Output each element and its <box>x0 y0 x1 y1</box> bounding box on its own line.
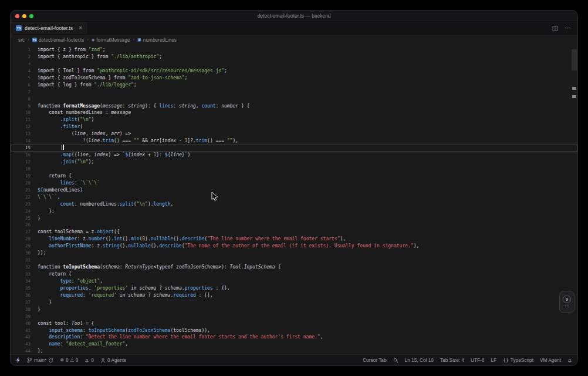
code-line[interactable]: 14 !(line.trim() === "" && arr[index - 1… <box>11 137 577 145</box>
line-number[interactable]: 8 <box>11 96 38 103</box>
code-line[interactable]: 28 lineNumber: z.number().int().min(0).n… <box>11 236 577 243</box>
line-number[interactable]: 30 <box>11 250 38 257</box>
code-line[interactable]: 23 count: numberedLines.split("\n").leng… <box>11 201 577 208</box>
code-line[interactable]: 43 name: "detect_email_footer", <box>11 341 577 348</box>
cursor-tab-toggle[interactable]: Cursor Tab <box>363 357 386 363</box>
floating-action-widget[interactable]: 9 ∷ <box>559 291 575 313</box>
line-number[interactable]: 32 <box>11 264 38 271</box>
code-line[interactable]: 24 }; <box>11 208 577 215</box>
code-line[interactable]: 12 .filter( <box>11 123 577 130</box>
code-line[interactable]: 8 <box>11 96 577 103</box>
title-bar[interactable]: detect-email-footer.ts — backend <box>11 11 577 22</box>
code-line[interactable]: 36 required: 'required' in schema ? sche… <box>11 292 577 299</box>
search-indicator[interactable] <box>393 358 398 363</box>
code-line[interactable]: 18 <box>11 166 577 173</box>
line-number[interactable]: 35 <box>11 285 38 292</box>
line-number[interactable]: 11 <box>11 116 38 123</box>
line-number[interactable]: 12 <box>11 123 38 130</box>
code-line[interactable]: 26 <box>11 221 577 229</box>
line-number[interactable]: 27 <box>11 229 38 236</box>
notifications-bell[interactable] <box>567 358 572 363</box>
line-number[interactable]: 6 <box>11 82 38 89</box>
line-number[interactable]: 18 <box>11 166 38 173</box>
code-line[interactable]: 29 authorFirstName: z.string().nullable(… <box>11 243 577 250</box>
line-number[interactable]: 37 <box>11 299 38 306</box>
language-mode[interactable]: {} TypeScript <box>503 357 533 363</box>
line-number[interactable]: 43 <box>11 341 38 348</box>
zoom-window-button[interactable] <box>29 14 33 18</box>
minimize-window-button[interactable] <box>22 14 26 18</box>
code-line[interactable]: 25} <box>11 215 577 222</box>
breadcrumb-src[interactable]: src <box>18 37 25 43</box>
line-number[interactable]: 26 <box>11 221 38 229</box>
status-badge[interactable]: 9 <box>563 296 571 303</box>
code-line[interactable]: 32function toInputSchema(schema: ReturnT… <box>11 264 577 271</box>
code-line[interactable]: 39 <box>11 313 577 320</box>
vm-agent-item[interactable]: VM Agent <box>540 357 561 363</box>
line-number[interactable]: 3 <box>11 61 38 68</box>
code-line[interactable]: 44}; <box>11 348 577 354</box>
code-line[interactable]: 19 return { <box>11 173 577 180</box>
close-window-button[interactable] <box>15 14 19 18</box>
line-number[interactable]: 10 <box>11 109 38 116</box>
line-number[interactable]: 2 <box>11 53 38 61</box>
line-number[interactable]: 17 <box>11 159 38 166</box>
breadcrumb-numbered-lines[interactable]: ▣ numberedLines <box>137 37 177 43</box>
line-number[interactable]: 15 <box>11 145 38 152</box>
line-number[interactable]: 40 <box>11 320 38 327</box>
line-number[interactable]: 38 <box>11 306 38 313</box>
line-number[interactable]: 36 <box>11 292 38 299</box>
line-number[interactable]: 1 <box>11 46 38 53</box>
code-line[interactable]: 4import { Tool } from "@anthropic-ai/sdk… <box>11 68 577 75</box>
breadcrumb-file[interactable]: TS detect-email-footer.ts <box>32 37 84 43</box>
notifications-item[interactable]: 0 <box>85 357 94 363</box>
git-branch-item[interactable]: main* <box>27 357 53 363</box>
code-line[interactable]: 27const toolSchema = z.object({ <box>11 229 577 236</box>
line-number[interactable]: 19 <box>11 173 38 180</box>
line-number[interactable]: 14 <box>11 137 38 145</box>
code-line[interactable]: 31 <box>11 257 577 264</box>
code-line[interactable]: 7 <box>11 89 577 96</box>
line-number[interactable]: 39 <box>11 313 38 320</box>
code-line[interactable]: 9function formatMessage(message: string)… <box>11 103 577 110</box>
code-line[interactable]: 2import { anthropic } from "./lib/anthro… <box>11 53 577 61</box>
line-number[interactable]: 25 <box>11 215 38 222</box>
line-number[interactable]: 7 <box>11 89 38 96</box>
code-line[interactable]: 22\`\`\``, <box>11 194 577 201</box>
line-number[interactable]: 33 <box>11 271 38 278</box>
encoding-setting[interactable]: UTF-8 <box>471 357 485 363</box>
code-line[interactable]: 40const tool: Tool = { <box>11 320 577 327</box>
code-line[interactable]: 3 <box>11 61 577 68</box>
line-number[interactable]: 13 <box>11 130 38 137</box>
indentation-setting[interactable]: Tab Size: 4 <box>440 357 464 363</box>
grid-icon[interactable]: ∷ <box>565 304 569 309</box>
code-line[interactable]: 34 type: "object", <box>11 278 577 285</box>
close-tab-icon[interactable]: × <box>79 25 82 31</box>
split-editor-icon[interactable]: ◫ <box>552 25 558 31</box>
code-line[interactable]: 10 const numberedLines = message <box>11 109 577 116</box>
line-number[interactable]: 41 <box>11 327 38 334</box>
code-line[interactable]: 30}); <box>11 250 577 257</box>
code-line[interactable]: 20 lines: `\`\`\` <box>11 180 577 187</box>
code-line[interactable]: 16 .map((line, index) => `${index + 1}: … <box>11 152 577 159</box>
code-line[interactable]: 15 ) <box>11 145 577 152</box>
code-line[interactable]: 1import { z } from "zod"; <box>11 46 577 53</box>
code-line[interactable]: 41 input_schema: toInputSchema(zodToJson… <box>11 327 577 334</box>
line-number[interactable]: 31 <box>11 257 38 264</box>
remote-indicator[interactable] <box>16 357 21 363</box>
line-number[interactable]: 24 <box>11 208 38 215</box>
problems-item[interactable]: ⊗ 0 △ 0 <box>60 357 78 363</box>
line-number[interactable]: 28 <box>11 236 38 243</box>
code-line[interactable]: 38} <box>11 306 577 313</box>
line-number[interactable]: 21 <box>11 187 38 194</box>
code-line[interactable]: 21${numberedLines} <box>11 187 577 194</box>
code-line[interactable]: 5import { zodToJsonSchema } from "zod-to… <box>11 75 577 82</box>
code-line[interactable]: 35 properties: 'properties' in schema ? … <box>11 285 577 292</box>
cursor-position[interactable]: Ln 15, Col 10 <box>405 357 434 363</box>
code-line[interactable]: 6import { log } from "./lib/logger"; <box>11 82 577 89</box>
tab-detect-email-footer[interactable]: TS detect-email-footer.ts × <box>11 22 88 34</box>
code-line[interactable]: 11 .split("\n") <box>11 116 577 123</box>
line-number[interactable]: 42 <box>11 334 38 341</box>
line-number[interactable]: 44 <box>11 348 38 354</box>
line-number[interactable]: 16 <box>11 152 38 159</box>
